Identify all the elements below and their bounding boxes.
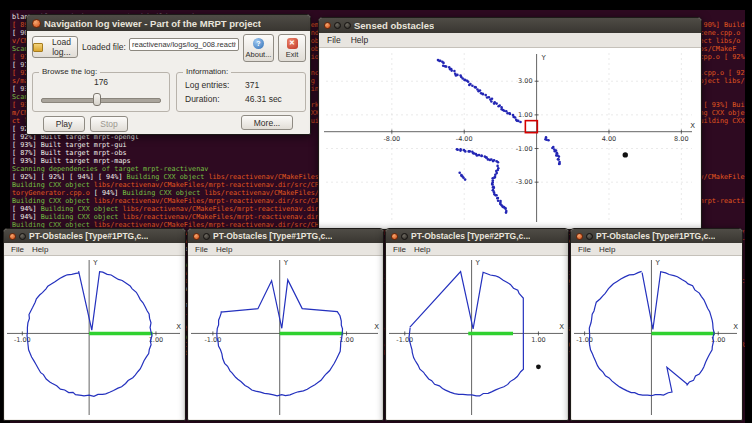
menu-help[interactable]: Help: [595, 245, 619, 254]
about-icon: ?: [253, 38, 264, 49]
browse-group-legend: Browse the log:: [39, 67, 100, 76]
duration-value: 46.31 sec: [245, 94, 282, 104]
pt-chart: -1.001.00XY: [572, 256, 741, 419]
pt-titlebar[interactable]: PT-Obstacles [Type#1PTG,c...: [188, 229, 383, 243]
information-group: Information: Log entries: 371 Duration: …: [176, 72, 306, 112]
slider-handle[interactable]: [93, 93, 101, 106]
menu-file[interactable]: File: [7, 245, 28, 254]
sensed-chart: -8.00-4.004.008.003.001.00-1.00-3.00XY: [320, 48, 700, 228]
x-axis-label: X: [559, 323, 564, 331]
x-tick-label: -8.00: [383, 135, 400, 143]
maximize-button[interactable]: [344, 22, 351, 29]
x-axis-label: X: [374, 323, 379, 331]
sensed-plot: -8.00-4.004.008.003.001.00-1.00-3.00XY: [320, 48, 700, 228]
target-dot: [536, 364, 541, 369]
navlog-titlebar[interactable]: Navigation log viewer - Part of the MRPT…: [27, 15, 310, 31]
x-axis-label: X: [690, 122, 695, 130]
x-tick-label: -1.00: [576, 336, 593, 344]
close-button[interactable]: [193, 233, 200, 240]
y-tick-label: -1.00: [516, 145, 533, 153]
minimize-button[interactable]: [586, 233, 593, 240]
desktop: blanco@blanco-desktop:~/mrpt$ cd build &…: [0, 0, 752, 423]
pt-obstacles-window-1: PT-Obstacles [Type#1PTG,c... File Help -…: [3, 228, 186, 421]
menu-help[interactable]: Help: [28, 245, 52, 254]
pt-plot-3: -1.001.00XY: [572, 256, 741, 419]
minimize-button[interactable]: [19, 233, 26, 240]
exit-label: Exit: [286, 50, 299, 59]
close-button[interactable]: [9, 233, 16, 240]
minimize-button[interactable]: [203, 233, 210, 240]
pt-chart: -1.001.00XY: [387, 256, 567, 419]
window-title: Sensed obstacles: [354, 20, 434, 31]
close-button[interactable]: [576, 233, 583, 240]
folder-icon: [33, 43, 43, 52]
pt-obstacles-window-2: PT-Obstacles [Type#1PTG,c... File Help -…: [187, 228, 384, 421]
pt-menubar: File Help: [4, 243, 185, 256]
robot-box: [525, 121, 537, 133]
pt-menubar: File Help: [188, 243, 383, 256]
menu-file[interactable]: File: [191, 245, 212, 254]
load-log-button[interactable]: Load log...: [32, 36, 78, 58]
sensed-menubar: File Help: [319, 33, 701, 48]
pt-titlebar[interactable]: PT-Obstacles [Type#1PTG,c...: [571, 229, 742, 243]
y-tick-label: 3.00: [518, 77, 532, 85]
log-index-value: 176: [33, 77, 169, 87]
y-axis-label: Y: [654, 259, 660, 267]
menu-file[interactable]: File: [574, 245, 595, 254]
x-axis-label: X: [176, 323, 181, 331]
y-tick-label: 1.00: [518, 111, 532, 119]
x-axis-label: X: [733, 323, 738, 331]
stop-button[interactable]: Stop: [90, 116, 128, 132]
menu-help[interactable]: Help: [410, 245, 434, 254]
minimize-button[interactable]: [334, 22, 341, 29]
about-button[interactable]: ? About...: [243, 34, 274, 62]
browse-group: Browse the log: 176: [32, 72, 170, 112]
close-button[interactable]: [391, 233, 398, 240]
duration-label: Duration:: [185, 94, 245, 104]
pt-obstacles-window-4: PT-Obstacles [Type#1PTG,c... File Help -…: [570, 228, 743, 421]
exit-icon: ✕: [287, 38, 298, 49]
log-entries-value: 371: [245, 80, 259, 90]
menu-file[interactable]: File: [389, 245, 410, 254]
y-axis-label: Y: [92, 259, 98, 267]
pt-chart: -1.001.00XY: [5, 256, 184, 419]
menu-file[interactable]: File: [322, 35, 346, 45]
exit-button[interactable]: ✕ Exit: [278, 34, 306, 62]
x-tick-label: 8.00: [674, 135, 688, 143]
pt-menubar: File Help: [571, 243, 742, 256]
target-dot: [623, 152, 628, 157]
log-entries-label: Log entries:: [185, 80, 245, 90]
x-tick-label: -4.00: [456, 135, 473, 143]
log-position-slider[interactable]: [41, 91, 161, 107]
pt-titlebar[interactable]: PT-Obstacles [Type#1PTG,c...: [4, 229, 185, 243]
pt-menubar: File Help: [386, 243, 568, 256]
y-axis-label: Y: [541, 54, 547, 62]
pt-chart: -1.001.00XY: [189, 256, 382, 419]
about-label: About...: [246, 50, 272, 59]
menu-help[interactable]: Help: [212, 245, 236, 254]
close-button[interactable]: [32, 19, 41, 28]
more-button[interactable]: More...: [241, 115, 293, 130]
sensed-titlebar[interactable]: Sensed obstacles: [319, 18, 701, 33]
pt-titlebar[interactable]: PT-Obstacles [Type#2PTG,c...: [386, 229, 568, 243]
window-title: Navigation log viewer - Part of the MRPT…: [44, 18, 261, 29]
loaded-file-input[interactable]: [129, 38, 239, 51]
menu-help[interactable]: Help: [346, 35, 373, 45]
window-title: PT-Obstacles [Type#1PTG,c...: [29, 231, 148, 241]
navlog-viewer-window: Navigation log viewer - Part of the MRPT…: [26, 14, 311, 135]
pt-obstacles-window-3: PT-Obstacles [Type#2PTG,c... File Help -…: [385, 228, 569, 421]
sensed-obstacles-window: Sensed obstacles File Help -8.00-4.004.0…: [318, 17, 702, 230]
window-title: PT-Obstacles [Type#1PTG,c...: [213, 231, 332, 241]
x-tick-label: 4.00: [602, 135, 616, 143]
play-button[interactable]: Play: [43, 116, 85, 132]
x-tick-label: 1.00: [531, 336, 545, 344]
pt-plot-0: -1.001.00XY: [5, 256, 184, 419]
close-button[interactable]: [324, 22, 331, 29]
load-log-label: Load log...: [46, 37, 77, 57]
information-group-legend: Information:: [183, 67, 231, 76]
window-title: PT-Obstacles [Type#1PTG,c...: [596, 231, 715, 241]
minimize-button[interactable]: [401, 233, 408, 240]
y-axis-label: Y: [475, 259, 481, 267]
window-title: PT-Obstacles [Type#2PTG,c...: [411, 231, 530, 241]
pt-plot-1: -1.001.00XY: [189, 256, 382, 419]
